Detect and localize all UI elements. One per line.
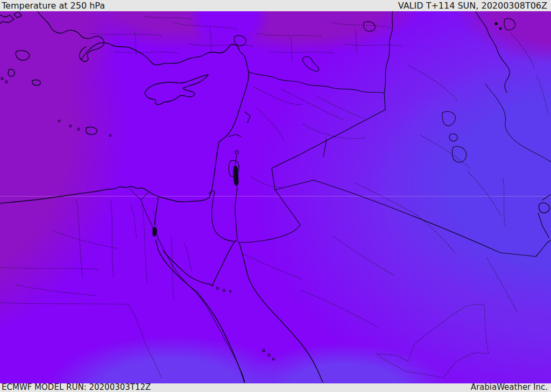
valid-time-label: VALID T+114 SUN, 20200308T06Z: [398, 1, 547, 11]
temperature-shading-field: [0, 11, 551, 383]
map-title: Temperature at 250 hPa: [2, 1, 105, 11]
provider-credit-label: ArabiaWeather Inc.: [471, 382, 548, 392]
weather-map-viewport: Temperature at 250 hPa VALID T+114 SUN, …: [0, 0, 551, 392]
model-run-label: ECMWF MODEL RUN: 20200303T12Z: [2, 382, 151, 392]
